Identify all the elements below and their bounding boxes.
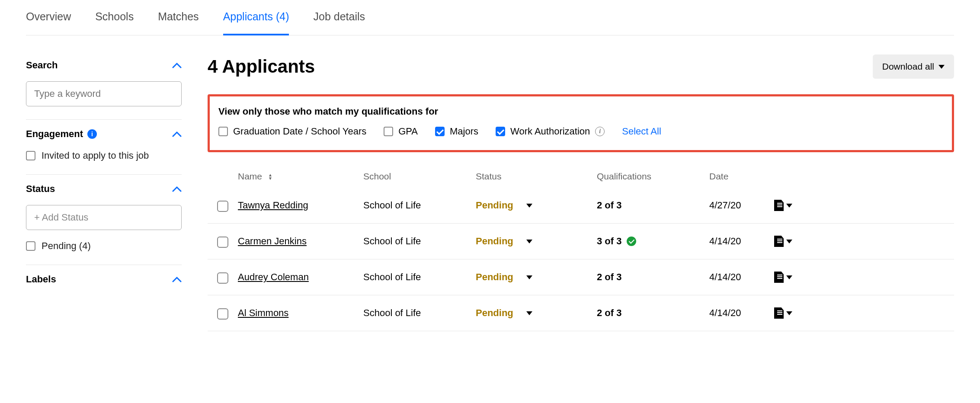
caret-down-icon bbox=[786, 311, 792, 315]
column-status[interactable]: Status bbox=[476, 171, 597, 182]
sidebar-status-header[interactable]: Status bbox=[26, 183, 182, 195]
tab-overview[interactable]: Overview bbox=[26, 0, 71, 35]
qualification-filter-box: View only those who match my qualificati… bbox=[208, 94, 954, 152]
sidebar-engagement-title: Engagement bbox=[26, 128, 83, 140]
table-row: Carmen JenkinsSchool of LifePending3 of … bbox=[208, 224, 954, 259]
main-content: 4 Applicants Download all View only thos… bbox=[208, 35, 954, 331]
caret-down-icon bbox=[786, 240, 792, 243]
filter-work-auth-label: Work Authorization bbox=[510, 126, 590, 137]
caret-down-icon bbox=[786, 275, 792, 279]
sidebar-engagement-header[interactable]: Engagement i bbox=[26, 128, 182, 140]
qualification-count: 3 of 3 bbox=[597, 236, 709, 247]
pending-label: Pending (4) bbox=[42, 240, 91, 252]
sidebar-search-header[interactable]: Search bbox=[26, 60, 182, 71]
caret-down-icon bbox=[526, 311, 532, 315]
row-checkbox[interactable] bbox=[217, 308, 228, 320]
applicants-table: Name ▲▼ School Status Qualifications Dat… bbox=[208, 165, 954, 331]
select-all-link[interactable]: Select All bbox=[622, 126, 661, 137]
chevron-up-icon bbox=[172, 186, 182, 192]
page-title: 4 Applicants bbox=[208, 56, 315, 77]
table-row: Al SimmonsSchool of LifePending2 of 34/1… bbox=[208, 295, 954, 331]
chevron-up-icon bbox=[172, 276, 182, 282]
table-header: Name ▲▼ School Status Qualifications Dat… bbox=[208, 165, 954, 188]
status-dropdown[interactable]: Pending bbox=[476, 236, 597, 247]
document-icon bbox=[774, 236, 784, 247]
applicant-school: School of Life bbox=[363, 236, 476, 247]
checkbox-pending[interactable] bbox=[26, 241, 35, 251]
sort-icon: ▲▼ bbox=[268, 173, 272, 180]
status-dropdown[interactable]: Pending bbox=[476, 307, 597, 319]
sidebar-section-status: Status + Add Status Pending (4) bbox=[26, 175, 182, 265]
row-checkbox[interactable] bbox=[217, 237, 228, 248]
document-icon bbox=[774, 200, 784, 211]
caret-down-icon bbox=[526, 275, 532, 279]
qualification-count: 2 of 3 bbox=[597, 272, 709, 283]
sidebar-status-title: Status bbox=[26, 183, 55, 195]
document-menu[interactable] bbox=[774, 272, 954, 283]
info-outline-icon[interactable]: i bbox=[595, 127, 605, 136]
filter-title: View only those who match my qualificati… bbox=[218, 106, 943, 117]
applicant-date: 4/14/20 bbox=[709, 307, 774, 319]
caret-down-icon bbox=[526, 240, 532, 243]
document-icon bbox=[774, 307, 784, 319]
row-checkbox[interactable] bbox=[217, 201, 228, 212]
table-row: Tawnya ReddingSchool of LifePending2 of … bbox=[208, 188, 954, 224]
applicant-school: School of Life bbox=[363, 272, 476, 283]
invited-label: Invited to apply to this job bbox=[42, 150, 149, 161]
chevron-up-icon bbox=[172, 62, 182, 68]
filter-gpa-label: GPA bbox=[398, 126, 418, 137]
tab-applicants[interactable]: Applicants (4) bbox=[223, 0, 289, 35]
qualification-count: 2 of 3 bbox=[597, 307, 709, 319]
sidebar: Search Engagement i Invited to apply to … bbox=[26, 35, 182, 331]
chevron-up-icon bbox=[172, 131, 182, 137]
download-all-label: Download all bbox=[882, 61, 934, 72]
caret-down-icon bbox=[526, 204, 532, 208]
column-qualifications[interactable]: Qualifications bbox=[597, 171, 709, 182]
applicant-name-link[interactable]: Audrey Coleman bbox=[238, 272, 309, 282]
tab-bar: Overview Schools Matches Applicants (4) … bbox=[26, 0, 954, 35]
column-school[interactable]: School bbox=[363, 171, 476, 182]
tab-job-details[interactable]: Job details bbox=[313, 0, 365, 35]
document-menu[interactable] bbox=[774, 236, 954, 247]
sidebar-search-title: Search bbox=[26, 60, 58, 71]
column-date[interactable]: Date bbox=[709, 171, 774, 182]
filter-grad-label: Graduation Date / School Years bbox=[233, 126, 366, 137]
search-input[interactable] bbox=[26, 81, 182, 106]
applicant-date: 4/14/20 bbox=[709, 272, 774, 283]
sidebar-section-labels: Labels bbox=[26, 265, 182, 298]
status-dropdown[interactable]: Pending bbox=[476, 272, 597, 283]
applicant-name-link[interactable]: Carmen Jenkins bbox=[238, 236, 307, 246]
caret-down-icon bbox=[786, 204, 792, 208]
checkbox-work-auth[interactable] bbox=[496, 127, 505, 136]
qualification-count: 2 of 3 bbox=[597, 200, 709, 211]
checkbox-grad-date[interactable] bbox=[218, 127, 228, 136]
applicant-date: 4/14/20 bbox=[709, 236, 774, 247]
check-circle-icon bbox=[627, 237, 636, 246]
tab-schools[interactable]: Schools bbox=[95, 0, 134, 35]
info-icon[interactable]: i bbox=[87, 129, 97, 139]
applicant-date: 4/27/20 bbox=[709, 200, 774, 211]
download-all-button[interactable]: Download all bbox=[873, 54, 954, 79]
checkbox-gpa[interactable] bbox=[384, 127, 393, 136]
table-row: Audrey ColemanSchool of LifePending2 of … bbox=[208, 259, 954, 295]
checkbox-invited[interactable] bbox=[26, 151, 35, 160]
document-menu[interactable] bbox=[774, 200, 954, 211]
row-checkbox[interactable] bbox=[217, 272, 228, 284]
filter-majors-label: Majors bbox=[450, 126, 478, 137]
applicant-school: School of Life bbox=[363, 307, 476, 319]
applicant-name-link[interactable]: Al Simmons bbox=[238, 307, 288, 318]
tab-matches[interactable]: Matches bbox=[158, 0, 199, 35]
checkbox-majors[interactable] bbox=[435, 127, 445, 136]
caret-down-icon bbox=[938, 65, 945, 69]
applicant-school: School of Life bbox=[363, 200, 476, 211]
document-icon bbox=[774, 272, 784, 283]
sidebar-section-engagement: Engagement i Invited to apply to this jo… bbox=[26, 120, 182, 175]
status-dropdown[interactable]: Pending bbox=[476, 200, 597, 211]
sidebar-labels-header[interactable]: Labels bbox=[26, 274, 182, 285]
sidebar-section-search: Search bbox=[26, 60, 182, 120]
column-name[interactable]: Name ▲▼ bbox=[238, 171, 363, 182]
add-status-input[interactable]: + Add Status bbox=[26, 205, 182, 230]
sidebar-labels-title: Labels bbox=[26, 274, 56, 285]
document-menu[interactable] bbox=[774, 307, 954, 319]
applicant-name-link[interactable]: Tawnya Redding bbox=[238, 200, 308, 211]
